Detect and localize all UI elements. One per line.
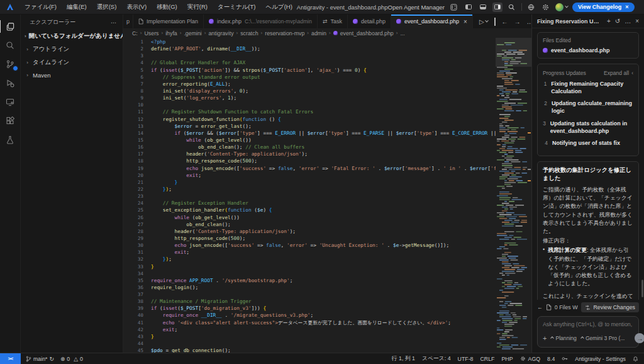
menubar-item-s[interactable]: 選択(S) [92,2,121,13]
menubar-item-e[interactable]: 編集(E) [62,2,91,13]
remote-explorer-icon[interactable] [0,93,21,111]
status-1-1[interactable]: 行 1, 列 1 [392,355,415,363]
progress-step[interactable]: 3Updating stats calculation in event_das… [543,120,633,135]
code-editor[interactable]: 1<?php2define('APP_ROOT', dirname(__DIR_… [123,38,531,353]
status-key-icon[interactable] [562,356,568,361]
problems-item[interactable]: ⊗0 △0 [60,356,83,362]
progress-step[interactable]: 2Updating calculate_remaining logic [543,100,633,115]
progress-step[interactable]: 4Notifying user of stats fix [543,139,633,147]
forward-icon[interactable]: → [514,18,521,25]
run-button[interactable]: ▷ [479,18,488,25]
remote-indicator[interactable]: >< [0,353,21,364]
status-crlf[interactable]: CRLF [480,356,494,362]
explorer-icon[interactable] [0,17,21,36]
menubar-item-v[interactable]: 表示(V) [122,2,151,13]
minimap[interactable] [496,38,527,353]
breadcrumb-item[interactable]: C: [132,30,138,37]
line-number: 9 [123,94,151,101]
status-agq[interactable]: AGQ [520,356,541,362]
globe-icon[interactable] [526,3,536,12]
explorer-section-maven[interactable]: ›Maven [21,69,123,81]
agent-manager-icon[interactable] [449,3,459,12]
planning-dropdown[interactable]: Planning [551,335,576,341]
menubar-item-h[interactable]: ヘルプ(H) [262,2,297,13]
breadcrumb-item[interactable]: antigravity [208,30,233,37]
panel-scrollbar[interactable] [641,280,643,297]
status-utf-8[interactable]: UTF-8 [458,356,474,362]
sync-icon[interactable]: ↻ [50,356,54,362]
toggle-panel-icon[interactable] [478,3,488,12]
attach-plus-icon[interactable]: + [543,334,547,342]
tab-detail-php[interactable]: detail.php [348,14,391,28]
tab-index-php[interactable]: index.phpC:\...\reservation-mvp\admin [204,14,318,28]
breadcrumb-item[interactable]: ihyfa [165,30,177,37]
extensions-icon[interactable] [0,111,21,130]
breadcrumb-item[interactable]: Users [144,30,158,37]
tab-close-icon[interactable]: × [464,18,467,25]
tab-event-dashboard-php[interactable]: event_dashboard.php× [391,14,473,28]
open-agent-manager-button[interactable]: Open Agent Manager [388,4,445,11]
changelog-close-icon[interactable]: × [625,4,628,10]
explorer-section-[interactable]: ›アウトライン [21,43,123,56]
tab-bar: pImplementation Planindex.phpC:\...\rese… [123,14,531,28]
toggle-primary-sidebar-icon[interactable] [464,3,474,12]
tab-task[interactable]: ⇄Task [318,14,348,28]
review-changes-button[interactable]: Review Changes [581,302,639,312]
source-control-icon[interactable] [0,55,21,74]
status-4[interactable]: スペース: 4 [422,355,451,363]
explorer-section-[interactable]: ›タイムライン [21,56,123,69]
explorer-section-label: タイムライン [33,59,69,67]
menubar-item-r[interactable]: 実行(R) [183,2,212,13]
menubar-item-t[interactable]: ターミナル(T) [213,2,260,13]
ruler-mark [528,169,531,170]
status-antigravity-settings[interactable]: Antigravity - Settings [575,356,626,362]
status-8-4[interactable]: 8.4 [547,356,555,362]
code-line: 3 [123,52,496,59]
search-icon[interactable] [507,3,517,12]
run-debug-icon[interactable] [0,74,21,93]
line-number: 22 [123,186,151,193]
code-line: 19 echo json_encode(['success' => false,… [123,165,496,172]
breadcrumb-item[interactable]: .gemini [184,30,201,37]
chevron-up-icon [551,336,555,340]
tab-implementation-plan[interactable]: Implementation Plan [133,14,204,28]
files-edited-list: event_dashboard.php [543,47,633,54]
panel-more-icon[interactable]: … [625,18,631,25]
progress-step[interactable]: 1Fixing Remaining Capacity Calculation [543,80,633,95]
toggle-secondary-sidebar-icon[interactable] [492,3,502,12]
breadcrumb-item[interactable]: reservation-mvp [265,30,304,37]
menubar-item-f[interactable]: ファイル(F) [20,2,61,13]
tab-label: index.php [217,18,242,25]
breadcrumb-item[interactable]: scratch [240,30,258,37]
breadcrumb-item[interactable]: event_dashboard.php [340,30,394,37]
files-with-changes-label[interactable]: 0 Files With Chan... [555,304,579,310]
minimize-button[interactable]: – [641,1,644,13]
status-php[interactable]: PHP [501,356,513,362]
explorer-more-icon[interactable]: ⋯ [111,20,116,26]
breadcrumb-item[interactable]: ... [400,30,404,37]
view-changelog-button[interactable]: View Changelog × [572,3,635,12]
edited-file-event-dashboard-php[interactable]: event_dashboard.php [543,47,633,54]
status-bell-icon[interactable] [633,356,638,362]
testing-beaker-icon[interactable] [0,130,21,149]
model-dropdown[interactable]: Gemini 3 Pro (... [581,335,625,341]
collapse-left-icon[interactable]: ← [537,304,543,310]
account-menu[interactable] [555,3,568,11]
search-sidebar-icon[interactable] [0,36,21,55]
history-icon[interactable]: ↺ [615,18,620,25]
git-branch-item[interactable]: main* ↻ [26,356,54,362]
breadcrumb-item[interactable]: admin [311,30,326,37]
send-button[interactable]: → [635,333,644,343]
new-conversation-icon[interactable]: + [607,18,611,25]
menubar-item-g[interactable]: 移動(G) [152,2,182,13]
split-editor-icon[interactable] [494,18,496,25]
minimap-slider[interactable] [496,38,531,67]
explorer-section-[interactable]: ›開いているフォルダーがありません [21,30,123,43]
back-icon[interactable]: ← [502,18,508,25]
breadcrumb[interactable]: C:›Users›ihyfa›.gemini›antigravity›scrat… [123,28,531,38]
panel-close-icon[interactable]: × [635,18,639,25]
settings-gear-icon[interactable] [541,3,551,12]
chat-input[interactable] [543,321,633,327]
tab-p[interactable]: p [123,14,133,28]
expand-all-button[interactable]: Expand all ‹ [604,70,633,76]
